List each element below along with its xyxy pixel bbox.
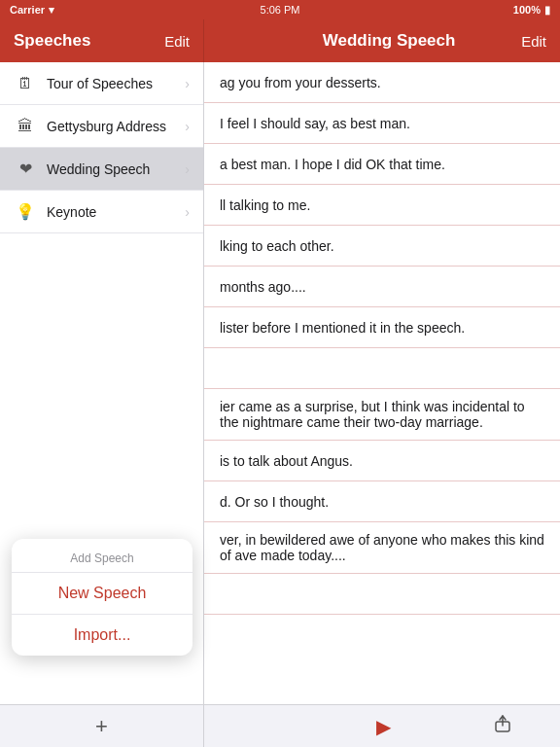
sidebar-item-icon-keynote: 💡 [14,200,37,224]
add-speech-toolbar-button[interactable]: + [88,708,116,745]
sidebar-item-chevron-tour-of-speeches: › [185,76,190,91]
sidebar-item-keynote[interactable]: 💡Keynote› [0,191,203,233]
sidebar-item-icon-tour-of-speeches: 🗓 [14,72,37,95]
speech-line-1: I feel I should say, as best man. [204,103,560,144]
speech-line-7 [204,348,560,389]
import-button[interactable]: Import... [12,615,192,656]
sidebar-item-chevron-wedding-speech: › [185,161,190,177]
battery-icon: ▮ [544,4,550,17]
right-nav-bar: Wedding Speech Edit [204,19,560,62]
speech-line-2: a best man. I hope I did OK that time. [204,144,560,185]
nav-bar: Speeches Edit Wedding Speech Edit [0,19,560,62]
battery-label: 100% [513,4,541,16]
speech-line-0: ag you from your desserts. [204,62,560,103]
new-speech-button[interactable]: New Speech [12,573,192,615]
share-icon [492,713,513,739]
speech-content: ag you from your desserts.I feel I shoul… [204,62,560,704]
status-time: 5:06 PM [261,4,300,16]
plus-icon: + [95,716,108,737]
status-bar: Carrier ▾ 5:06 PM 100% ▮ [0,0,560,19]
speech-line-12 [204,574,560,615]
play-icon: ▶ [376,715,391,738]
sidebar-item-label-wedding-speech: Wedding Speech [47,161,185,177]
sidebar-item-icon-wedding-speech: ❤ [14,158,37,181]
sidebar-item-label-keynote: Keynote [47,204,185,220]
share-button[interactable] [484,705,521,747]
right-toolbar: ▶ [204,704,560,747]
popup-header: Add Speech [12,539,192,573]
add-speech-popup: Add Speech New Speech Import... [12,539,192,656]
sidebar-item-label-gettysburg-address: Gettysburg Address [47,119,185,134]
status-left: Carrier ▾ [10,4,54,17]
sidebar-item-gettysburg-address[interactable]: 🏛Gettysburg Address› [0,105,203,148]
play-button[interactable]: ▶ [368,707,399,746]
right-nav-title: Wedding Speech [257,31,521,51]
main-content: 🗓Tour of Speeches›🏛Gettysburg Address›❤W… [0,62,560,704]
speech-line-5: months ago.... [204,267,560,307]
left-toolbar: + [0,704,204,747]
sidebar-item-tour-of-speeches[interactable]: 🗓Tour of Speeches› [0,62,203,105]
popup-header-text: Add Speech [70,551,133,565]
left-nav-edit-button[interactable]: Edit [164,33,190,50]
bottom-toolbar: + ▶ [0,704,560,747]
sidebar-item-wedding-speech[interactable]: ❤Wedding Speech› [0,148,203,191]
sidebar-item-chevron-keynote: › [185,204,190,220]
speech-line-10: d. Or so I thought. [204,481,560,522]
carrier-label: Carrier [10,4,45,16]
left-nav-title: Speeches [14,31,90,51]
right-nav-edit-button[interactable]: Edit [521,33,546,50]
left-nav-bar: Speeches Edit [0,19,204,62]
speech-line-3: ll talking to me. [204,185,560,226]
sidebar-item-chevron-gettysburg-address: › [185,119,190,134]
speech-line-9: is to talk about Angus. [204,441,560,481]
sidebar-item-icon-gettysburg-address: 🏛 [14,115,37,138]
speech-line-11: ver, in bewildered awe of anyone who mak… [204,522,560,574]
sidebar-item-label-tour-of-speeches: Tour of Speeches [47,76,185,91]
speech-line-4: lking to each other. [204,226,560,267]
status-right: 100% ▮ [513,4,550,17]
speech-line-6: lister before I mentioned it in the spee… [204,307,560,348]
wifi-icon: ▾ [49,4,54,17]
speech-line-8: ier came as a surprise, but I think was … [204,389,560,441]
